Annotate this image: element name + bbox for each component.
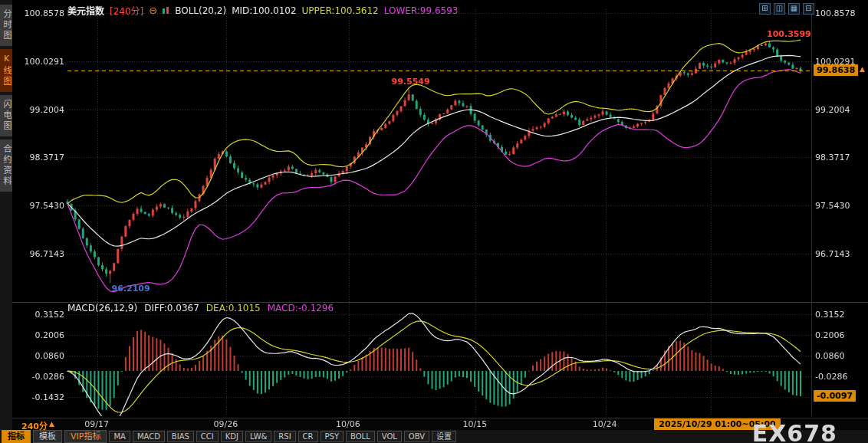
indicator-button-boll[interactable]: BOLL <box>346 431 375 442</box>
macd-dea-value: DEA:0.1015 <box>206 303 261 313</box>
window-layout-icons: ⊞◫▦⊟ <box>759 3 814 15</box>
chart-header: 美元指数 [240分] ⊖ BOLL(20,2) MID:100.0102 UP… <box>67 4 458 17</box>
toolbar-tab-0[interactable]: 指标 <box>2 430 31 443</box>
macd-axis-label: 0.2006 <box>21 330 64 340</box>
price-axis-label: 100.8578 <box>815 8 856 18</box>
price-axis-label: 97.5430 <box>21 201 64 211</box>
timeframe-arrow-icon: ▲ <box>49 420 54 428</box>
high-price-annotation: 100.3599 <box>767 29 811 39</box>
layout-split-icon[interactable]: ◫ <box>774 3 785 15</box>
watermark: EX678 <box>752 420 837 443</box>
macd-axis-label: 0.0860 <box>815 351 845 361</box>
zoom-out-icon[interactable]: ⊖ <box>149 5 157 16</box>
layout-grid-icon[interactable]: ⊞ <box>759 3 771 15</box>
indicator-button-psy[interactable]: PSY <box>321 431 344 442</box>
macd-axis-label: 0.3152 <box>815 310 845 320</box>
sidebar: 分时图K线图闪电图合约资料 <box>0 0 12 443</box>
macd-axis-label: -0.1432 <box>21 392 64 402</box>
last-price-badge: 99.8638 <box>814 64 858 76</box>
boll-upper-value: UPPER:100.3612 <box>302 5 379 16</box>
macd-indicator-name: MACD(26,12,9) <box>67 303 137 313</box>
toolbar-tab-2[interactable]: VIP指标 <box>64 430 107 443</box>
x-axis-date: 10/06 <box>336 419 360 429</box>
boll-lower-value: LOWER:99.6593 <box>384 5 459 16</box>
price-axis-label: 100.0291 <box>21 57 64 67</box>
layout-cells-icon[interactable]: ▦ <box>788 3 800 15</box>
price-up-arrow-icon: ▲ <box>860 65 865 73</box>
price-axis-label: 98.3717 <box>21 153 64 162</box>
macd-header: MACD(26,12,9) DIFF:0.0367 DEA:0.1015 MAC… <box>67 303 334 313</box>
sidebar-tab-1[interactable]: K线图 <box>0 49 12 92</box>
price-axis-label: 99.2004 <box>815 105 850 115</box>
swing-high-annotation: 99.5549 <box>392 77 430 87</box>
macd-last-badge: -0.0097 <box>814 390 856 402</box>
indicator-button-macd[interactable]: MACD <box>133 431 165 442</box>
price-axis-label: 100.8578 <box>21 8 64 18</box>
macd-hist-value: MACD:-0.1296 <box>268 303 334 313</box>
indicator-button-ma[interactable]: MA <box>109 431 130 442</box>
sidebar-tab-3[interactable]: 合约资料 <box>0 139 12 192</box>
low-price-annotation: 96.2109 <box>112 284 150 294</box>
indicator-button-kdj[interactable]: KDJ <box>221 431 243 442</box>
indicator-button-cr[interactable]: CR <box>298 431 318 442</box>
x-axis-date: 10/24 <box>593 419 617 429</box>
price-axis-label: 99.2004 <box>21 105 64 115</box>
indicator-button-vol[interactable]: VOL <box>377 431 402 442</box>
indicator-button-obv[interactable]: OBV <box>404 431 429 442</box>
price-axis-label: 96.7143 <box>21 249 64 259</box>
sidebar-tab-0[interactable]: 分时图 <box>0 5 12 46</box>
indicator-button-bias[interactable]: BIAS <box>167 431 194 442</box>
x-axis-date: 09/17 <box>84 419 109 429</box>
toolbar-tab-1[interactable]: 模板 <box>33 430 62 443</box>
macd-diff-value: DIFF:0.0367 <box>144 303 199 313</box>
macd-axis-label: -0.0286 <box>21 372 64 382</box>
indicator-button-rsi[interactable]: RSI <box>274 431 295 442</box>
macd-axis-label: 0.0860 <box>21 351 64 361</box>
sidebar-tab-2[interactable]: 闪电图 <box>0 95 12 136</box>
indicator-name: BOLL(20,2) <box>175 5 226 16</box>
price-axis-label: 98.3717 <box>815 153 850 162</box>
indicator-button-lw[interactable]: LW& <box>245 431 271 442</box>
macd-axis-label: -0.0286 <box>815 372 847 382</box>
settings-button[interactable]: 设置 <box>432 431 456 442</box>
layout-minimize-icon[interactable]: ⊟ <box>803 3 814 15</box>
symbol-name: 美元指数 <box>67 4 104 17</box>
x-axis-row: 240分 ▲ 2025/10/29 01:00~05:00 09/1709/26… <box>0 418 868 431</box>
indicator-button-cci[interactable]: CCI <box>196 431 219 442</box>
chart-canvas[interactable] <box>0 0 868 443</box>
candles-icon <box>163 7 169 15</box>
x-axis-date: 10/15 <box>462 419 487 429</box>
x-axis-date: 09/26 <box>213 419 238 429</box>
period-selector[interactable]: [240分] <box>110 4 143 17</box>
price-axis-label: 96.7143 <box>815 249 850 259</box>
indicator-toolbar: 指标模板VIP指标MAMACDBIASCCIKDJLW&RSICRPSYBOLL… <box>0 430 868 443</box>
boll-mid-value: MID:100.0102 <box>232 5 296 16</box>
macd-axis-label: 0.3152 <box>21 310 64 320</box>
macd-axis-label: 0.2006 <box>815 330 845 340</box>
price-axis-label: 97.5430 <box>815 201 850 211</box>
